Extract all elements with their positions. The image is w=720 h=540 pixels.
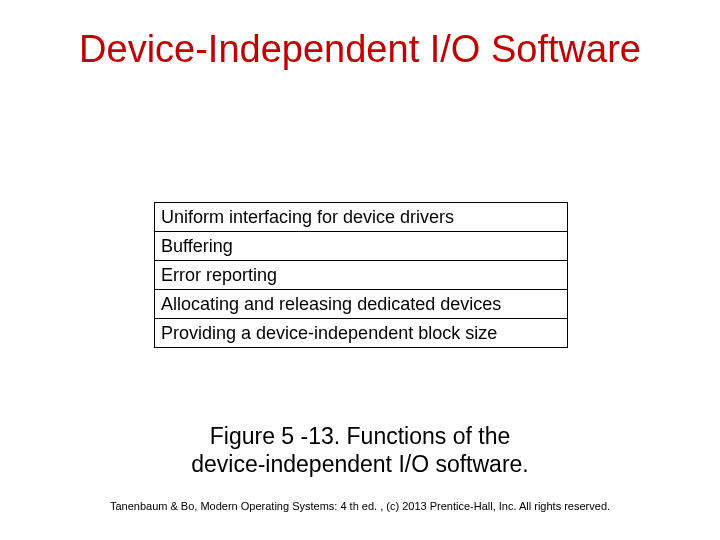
copyright-footer: Tanenbaum & Bo, Modern Operating Systems… [0,500,720,512]
table-row: Error reporting [155,261,567,290]
functions-table: Uniform interfacing for device drivers B… [154,202,568,348]
table-row: Uniform interfacing for device drivers [155,203,567,232]
caption-line: device-independent I/O software. [191,451,529,477]
table-row: Buffering [155,232,567,261]
figure-caption: Figure 5 -13. Functions of the device-in… [0,422,720,478]
table-row: Allocating and releasing dedicated devic… [155,290,567,319]
table-row: Providing a device-independent block siz… [155,319,567,347]
caption-line: Figure 5 -13. Functions of the [210,423,510,449]
slide-title: Device-Independent I/O Software [0,0,720,71]
